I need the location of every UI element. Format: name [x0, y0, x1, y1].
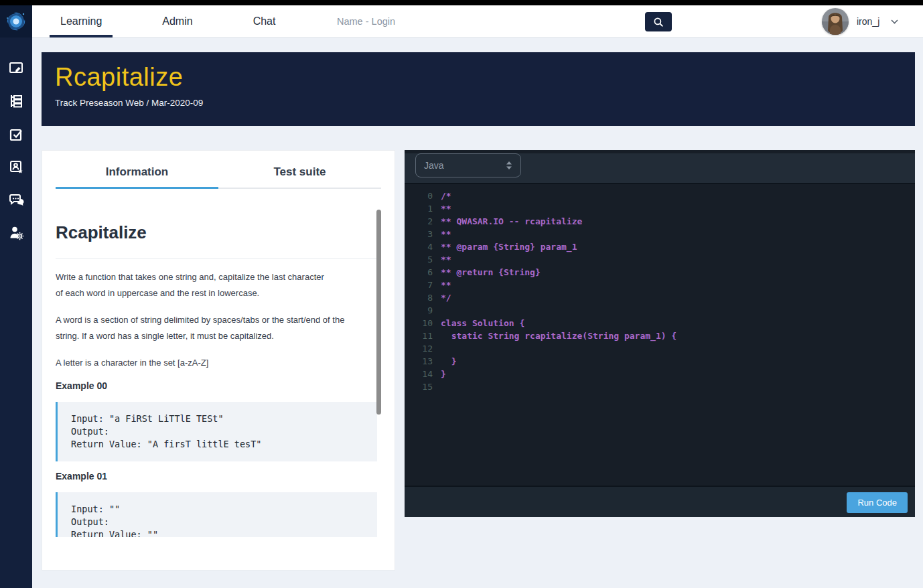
line-number: 14	[405, 368, 433, 380]
app-logo[interactable]	[0, 5, 32, 38]
example-line: Return Value: ""	[71, 528, 377, 537]
galaxy-logo-icon	[3, 8, 29, 35]
editor-footer: Run Code	[405, 486, 915, 517]
search-button[interactable]	[645, 12, 672, 31]
line-number: 6	[405, 266, 433, 279]
username[interactable]: iron_j	[857, 5, 879, 38]
editor-header: Java	[405, 153, 915, 184]
code-line: }	[441, 368, 446, 380]
information-panel: Information Test suite Rcapitalize Write…	[42, 150, 395, 571]
code-line: ** @return {String}	[441, 266, 541, 279]
sidebar-item-tasks[interactable]	[0, 126, 32, 142]
hero-banner: Rcapitalize Track Preseason Web / Mar-20…	[42, 52, 915, 126]
person-badge-star-icon	[8, 159, 24, 175]
sidebar-nav	[0, 38, 32, 240]
language-value: Java	[424, 160, 444, 171]
code-line: ** @param {String} param_1	[441, 240, 577, 253]
line-number: 7	[405, 279, 433, 291]
line-number: 3	[405, 228, 433, 240]
tree-list-icon	[8, 93, 24, 109]
sidebar-item-tracks[interactable]	[0, 93, 32, 109]
sidebar	[0, 5, 32, 588]
example-code-block: Input: "a FiRSt LiTTlE TESt" Output: Ret…	[56, 402, 377, 461]
search-icon	[652, 16, 664, 28]
code-line: **	[441, 202, 451, 215]
line-number: 8	[405, 291, 433, 304]
example-label: Example 00	[56, 380, 377, 391]
line-number: 5	[405, 253, 433, 266]
code-line: */	[441, 291, 451, 304]
example-line: Return Value: "A firsT littlE tesT"	[71, 438, 377, 451]
person-gear-icon	[8, 224, 24, 240]
example-code-block: Input: "" Output: Return Value: ""	[56, 492, 377, 537]
sidebar-item-account-settings[interactable]	[0, 224, 32, 240]
example-line: Output:	[71, 425, 377, 438]
main-nav-tabs: Learning Admin Chat	[50, 5, 286, 38]
line-number: 9	[405, 304, 433, 317]
code-line: **	[441, 228, 451, 240]
code-editor-panel: Java 0/* 1** 2** QWASAR.IO -- rcapitaliz…	[405, 150, 915, 517]
top-navbar: Learning Admin Chat Name - Login iron_j	[32, 5, 923, 38]
avatar[interactable]	[822, 8, 849, 35]
tab-information[interactable]: Information	[56, 151, 218, 189]
information-content: Rcapitalize Write a function that takes …	[56, 189, 377, 537]
sidebar-item-whiteboard[interactable]	[0, 60, 32, 76]
page-title: Rcapitalize	[55, 63, 915, 92]
line-number: 1	[405, 202, 433, 215]
name-login-link[interactable]: Name - Login	[337, 5, 395, 38]
code-line: **	[441, 253, 451, 266]
code-line: **	[441, 279, 451, 291]
line-number: 10	[405, 317, 433, 329]
tab-test-suite[interactable]: Test suite	[218, 151, 381, 189]
description-paragraph: A letter is a character in the set [a-zA…	[56, 355, 377, 371]
code-line: static String rcapitalize(String param_1…	[441, 329, 677, 342]
scrollbar[interactable]	[376, 210, 381, 415]
avatar-photo	[822, 8, 849, 35]
line-number: 15	[405, 380, 433, 393]
example-label: Example 01	[56, 471, 377, 482]
top-black-bar	[0, 0, 923, 5]
description-paragraph: A word is a section of string delimited …	[56, 312, 377, 344]
line-number: 13	[405, 355, 433, 368]
run-code-button[interactable]: Run Code	[847, 492, 908, 513]
code-line: }	[441, 355, 456, 368]
example-line: Input: "a FiRSt LiTTlE TESt"	[71, 413, 377, 425]
tab-chat[interactable]: Chat	[242, 5, 287, 38]
code-line: ** QWASAR.IO -- rcapitalize	[441, 215, 582, 228]
select-arrows-icon	[506, 161, 512, 170]
chat-bubbles-icon	[8, 192, 25, 208]
description-paragraph: Write a function that takes one string a…	[56, 269, 377, 301]
sidebar-item-mentors[interactable]	[0, 159, 32, 175]
code-editor[interactable]: 0/* 1** 2** QWASAR.IO -- rcapitalize 3**…	[405, 184, 915, 488]
chevron-down-icon[interactable]	[891, 19, 898, 24]
line-number: 11	[405, 329, 433, 342]
line-number: 4	[405, 240, 433, 253]
screen-edit-icon	[8, 60, 24, 76]
checkbox-check-icon	[8, 126, 24, 142]
language-select[interactable]: Java	[415, 153, 521, 177]
tab-admin[interactable]: Admin	[151, 5, 203, 38]
line-number: 12	[405, 342, 433, 355]
line-number: 2	[405, 215, 433, 228]
panel-tabs: Information Test suite	[56, 151, 381, 189]
subject-heading: Rcapitalize	[56, 222, 377, 259]
breadcrumb: Track Preseason Web / Mar-2020-09	[55, 98, 915, 108]
code-line: /*	[441, 190, 451, 202]
sidebar-item-chat[interactable]	[0, 192, 32, 208]
tab-learning[interactable]: Learning	[50, 5, 113, 38]
code-line: class Solution {	[441, 317, 524, 329]
example-line: Input: ""	[71, 503, 377, 516]
example-line: Output:	[71, 516, 377, 528]
line-number: 0	[405, 190, 433, 202]
